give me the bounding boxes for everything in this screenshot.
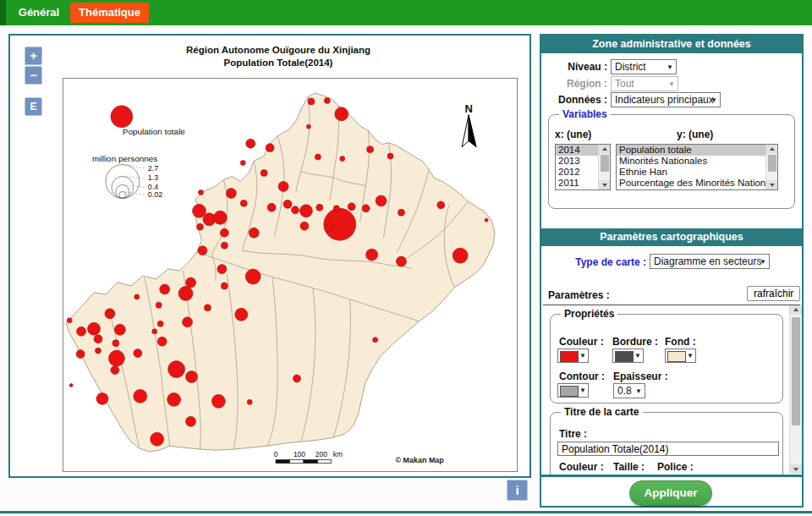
map-panel: + − E Région Autonome Ouïgoure du Xinjia… [8, 34, 531, 478]
svg-text:Population totale: Population totale [123, 127, 186, 136]
topbar-left-edge [0, 0, 6, 25]
region-value: Tout [615, 78, 634, 90]
type-carte-select[interactable]: Diagramme en secteurs [650, 254, 770, 269]
info-button[interactable]: i [507, 480, 528, 501]
y-list-scrollbar[interactable] [765, 145, 777, 189]
list-option[interactable]: 2013 [556, 156, 598, 167]
tab-general[interactable]: Général [17, 3, 61, 23]
epaisseur-select[interactable]: 0.8 [613, 383, 645, 398]
scroll-down-icon[interactable] [790, 464, 802, 474]
donnees-label: Données : [541, 94, 607, 106]
parameters-scrollbar[interactable] [789, 305, 802, 474]
x-list-scrollbar[interactable] [598, 145, 610, 189]
list-option[interactable]: Population totale [617, 145, 765, 156]
scroll-thumb[interactable] [601, 155, 609, 172]
x-variable-label: x: (une) [555, 129, 606, 140]
carto-panel-header: Paramètres cartographiques [541, 228, 802, 246]
list-option[interactable]: 2014 [556, 145, 598, 156]
parametres-label: Paramètres : [548, 289, 624, 301]
map-title-line2: Population Totale(2014) [51, 57, 506, 69]
type-carte-label: Type de carte : [550, 256, 646, 268]
titre-carte-legend: Titre de la carte [561, 406, 643, 418]
titre-police-label: Police : [657, 461, 704, 473]
scroll-up-icon[interactable] [599, 145, 610, 154]
refresh-button[interactable]: rafraîchir [747, 286, 800, 301]
parameters-scroll-area[interactable]: Propriétés Couleur : Bordure : Fond : Co… [543, 305, 800, 475]
top-menu-bar: Général Thématique [0, 0, 812, 25]
contour-label: Contour : [559, 371, 610, 382]
contour-swatch [560, 386, 579, 397]
map-frame[interactable]: Population totalemillion personnes2.71.3… [63, 78, 518, 472]
scroll-down-icon[interactable] [599, 180, 610, 189]
niveau-select[interactable]: District [611, 59, 677, 74]
bottom-border [0, 511, 812, 513]
couleur-swatch-select[interactable] [557, 349, 589, 363]
epaisseur-label: Epaisseur : [613, 371, 672, 382]
fond-swatch-select[interactable] [665, 349, 696, 363]
donnees-select[interactable]: Indicateurs principaux [611, 92, 721, 107]
list-option[interactable]: 2012 [556, 167, 598, 178]
epaisseur-value: 0.8 [617, 385, 632, 397]
scroll-thumb[interactable] [792, 317, 800, 425]
variables-legend: Variables [559, 108, 611, 120]
titre-taille-label: Taille : [613, 461, 656, 473]
fond-swatch [667, 351, 686, 362]
apply-button[interactable]: Appliquer [629, 480, 712, 506]
list-option[interactable]: Minorités Nationales [617, 156, 765, 167]
niveau-label: Niveau : [541, 61, 607, 73]
zoom-out-button[interactable]: − [25, 66, 42, 85]
fond-label: Fond : [665, 336, 707, 348]
svg-text:200: 200 [315, 450, 327, 458]
y-variable-list[interactable]: Population totaleMinorités NationalesEth… [616, 144, 778, 190]
niveau-value: District [615, 61, 646, 73]
xinjiang-map[interactable]: Population totalemillion personnes2.71.3… [63, 79, 517, 471]
proprietes-legend: Propriétés [561, 308, 617, 320]
svg-text:2.7: 2.7 [148, 164, 158, 173]
type-carte-value: Diagramme en secteurs [654, 255, 761, 267]
x-variable-list[interactable]: 2014201320122011 [555, 144, 611, 190]
titre-couleur-label: Couleur : [559, 461, 612, 473]
couleur-label: Couleur : [559, 336, 610, 348]
list-option[interactable]: Pourcentage des Minorités Nationa [617, 178, 765, 189]
titre-carte-fieldset: Titre de la carte Titre : Couleur : Tail… [550, 412, 783, 475]
scroll-up-icon[interactable] [790, 305, 802, 315]
scroll-thumb[interactable] [768, 155, 776, 172]
contour-swatch-select[interactable] [557, 383, 589, 398]
bordure-swatch [615, 351, 634, 362]
list-option[interactable]: Ethnie Han [617, 167, 765, 178]
scroll-down-icon[interactable] [766, 180, 777, 189]
svg-text:N: N [464, 102, 472, 115]
titre-label: Titre : [559, 428, 610, 440]
full-extent-button[interactable]: E [25, 97, 42, 116]
map-title: Région Autonome Ouïgoure du Xinjiang Pop… [51, 44, 506, 69]
titre-input[interactable] [557, 442, 779, 456]
svg-text:© Makan Map: © Makan Map [395, 456, 444, 464]
scroll-up-icon[interactable] [766, 145, 777, 154]
svg-text:1.3: 1.3 [148, 173, 158, 182]
donnees-value: Indicateurs principaux [615, 94, 714, 106]
bordure-swatch-select[interactable] [612, 349, 644, 363]
svg-text:km: km [333, 450, 343, 458]
svg-text:0: 0 [274, 450, 278, 458]
admin-panel-header: Zone administrative et données [541, 36, 802, 53]
bordure-label: Bordure : [612, 336, 663, 348]
region-select: Tout [611, 76, 678, 91]
proprietes-fieldset: Propriétés Couleur : Bordure : Fond : Co… [550, 314, 783, 403]
svg-text:million personnes: million personnes [92, 154, 157, 163]
y-variable-label: y: (une) [677, 129, 727, 140]
svg-text:100: 100 [294, 450, 305, 458]
map-title-line1: Région Autonome Ouïgoure du Xinjiang [51, 44, 506, 57]
svg-text:0.02: 0.02 [148, 190, 162, 199]
region-label: Région : [541, 78, 607, 90]
apply-area: Appliquer [541, 477, 802, 506]
zoom-in-button[interactable]: + [25, 47, 42, 65]
couleur-swatch [560, 351, 579, 362]
tab-thematique[interactable]: Thématique [70, 3, 149, 23]
settings-panel: Zone administrative et données Niveau : … [540, 34, 804, 508]
list-option[interactable]: 2011 [556, 178, 598, 189]
